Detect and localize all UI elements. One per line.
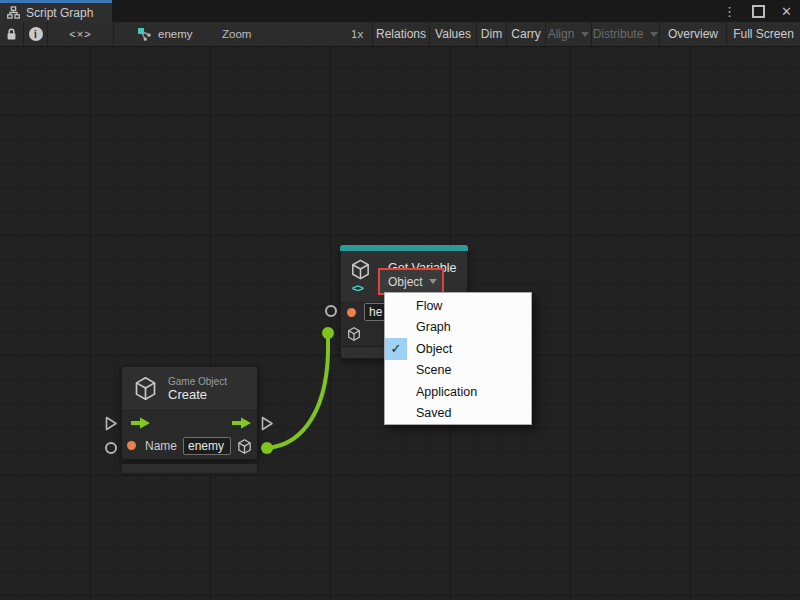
caret-down-icon — [581, 32, 589, 37]
target-object-port-connected[interactable] — [322, 327, 334, 339]
graph-pointer-icon — [137, 27, 152, 41]
string-port-dot[interactable] — [127, 441, 136, 450]
lock-icon — [5, 27, 18, 41]
create-node-header: Game Object Create — [122, 367, 257, 411]
unity-script-graph-window: { "window": { "tab_title": "Script Graph… — [0, 0, 800, 600]
dim-label: Dim — [481, 27, 502, 41]
code-icon: <×> — [69, 28, 91, 40]
menu-item-label: Flow — [416, 299, 442, 313]
graph-icon — [7, 6, 20, 19]
overview-label: Overview — [668, 27, 718, 41]
menu-item-label: Graph — [416, 320, 451, 334]
fullscreen-button[interactable]: Full Screen — [726, 22, 800, 46]
zoom-value: 1x — [351, 22, 363, 46]
fullscreen-label: Full Screen — [733, 27, 794, 41]
name-input-port-ring[interactable] — [105, 442, 117, 454]
title-bar: Script Graph ⋮ ✕ — [0, 0, 800, 22]
tab-title: Script Graph — [26, 6, 93, 20]
tab-script-graph[interactable]: Script Graph — [0, 3, 112, 22]
flow-out-arrow-icon[interactable] — [230, 417, 252, 429]
menu-item-label: Scene — [416, 363, 451, 377]
flow-in-arrow-icon[interactable] — [129, 417, 151, 429]
close-icon[interactable]: ✕ — [781, 4, 792, 19]
inspect-button[interactable]: i — [23, 22, 47, 46]
carry-label: Carry — [511, 27, 540, 41]
variable-accent-bar — [340, 245, 468, 251]
menu-item-graph[interactable]: Graph — [385, 317, 531, 339]
unit-options-button[interactable]: <×> — [47, 22, 113, 46]
lock-button[interactable] — [0, 22, 23, 46]
create-node-title: Create — [168, 387, 227, 402]
name-value-input[interactable] — [183, 437, 231, 455]
menu-item-saved[interactable]: Saved — [385, 403, 531, 425]
relations-button[interactable]: Relations — [372, 22, 429, 46]
zoom-label: Zoom — [222, 22, 251, 46]
relations-label: Relations — [376, 27, 426, 41]
check-icon: ✓ — [391, 341, 402, 356]
menu-item-application[interactable]: Application — [385, 381, 531, 403]
variable-angle-icon: <> — [352, 282, 363, 294]
menu-item-scene[interactable]: Scene — [385, 360, 531, 382]
align-button[interactable]: Align — [545, 22, 591, 46]
menu-item-label: Saved — [416, 406, 451, 420]
values-button[interactable]: Values — [429, 22, 476, 46]
name-port-label: Name — [145, 439, 177, 453]
variable-cube-icon — [349, 258, 372, 281]
target-object-cube-icon[interactable] — [346, 326, 362, 342]
node-create-game-object[interactable]: Game Object Create Name — [121, 366, 258, 460]
info-icon: i — [29, 27, 43, 41]
graph-toolbar: i <×> enemy Zoom 1x Relations Values Dim… — [0, 22, 800, 47]
graph-breadcrumb[interactable]: enemy — [113, 22, 215, 46]
game-object-cube-icon — [132, 375, 159, 402]
menu-item-flow[interactable]: Flow — [385, 295, 531, 317]
graph-canvas[interactable]: Game Object Create Name — [0, 47, 800, 600]
menu-item-object[interactable]: ✓ Object — [385, 338, 531, 360]
variable-scope-dropdown[interactable]: Object — [378, 268, 444, 295]
menu-item-label: Object — [416, 342, 452, 356]
flow-in-port-triangle[interactable] — [105, 416, 118, 431]
scope-context-menu: Flow Graph ✓ Object Scene Application Sa… — [384, 292, 532, 425]
dim-button[interactable]: Dim — [476, 22, 506, 46]
gameobject-output-cube-icon[interactable] — [236, 438, 253, 455]
flow-out-port-triangle[interactable] — [261, 416, 274, 431]
create-node-category: Game Object — [168, 376, 227, 387]
variable-name-port-dot[interactable] — [347, 308, 356, 317]
window-controls: ⋮ ✕ — [723, 0, 792, 22]
distribute-button[interactable]: Distribute — [591, 22, 659, 46]
variable-name-port-ring[interactable] — [325, 305, 337, 317]
breadcrumb-label: enemy — [158, 28, 193, 40]
menu-item-label: Application — [416, 385, 477, 399]
scope-value: Object — [388, 275, 423, 289]
caret-down-icon — [650, 32, 658, 37]
create-node-footer — [121, 463, 258, 474]
maximize-icon[interactable] — [752, 5, 765, 18]
values-label: Values — [435, 27, 471, 41]
align-label: Align — [548, 27, 575, 41]
distribute-label: Distribute — [593, 27, 644, 41]
overview-button[interactable]: Overview — [659, 22, 726, 46]
caret-down-icon — [429, 279, 437, 284]
gameobject-out-port-connected[interactable] — [261, 442, 273, 454]
carry-button[interactable]: Carry — [506, 22, 545, 46]
window-menu-icon[interactable]: ⋮ — [723, 4, 736, 19]
